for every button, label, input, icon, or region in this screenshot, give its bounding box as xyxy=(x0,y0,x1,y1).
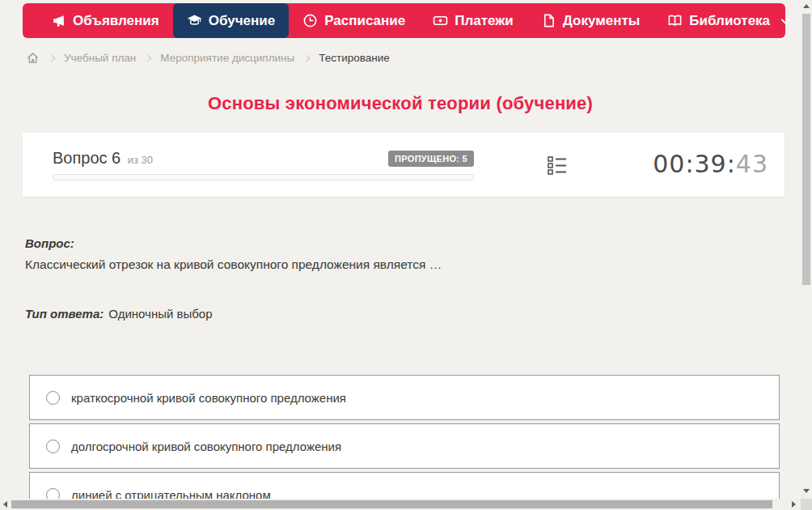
timer-seconds: 43 xyxy=(736,150,768,178)
nav-item-label: Библиотека xyxy=(689,13,770,29)
answer-option[interactable]: долгосрочной кривой совокупного предложе… xyxy=(29,423,780,469)
quiz-header-card: Вопрос 6 из 30 ПРОПУЩЕНО: 5 00:39:43 xyxy=(23,133,785,197)
nav-item-learning[interactable]: Обучение xyxy=(173,3,289,38)
answer-option-label: краткосрочной кривой совокупного предлож… xyxy=(71,391,346,405)
book-icon xyxy=(667,13,683,28)
question-list-icon[interactable] xyxy=(547,155,568,176)
timer: 00:39:43 xyxy=(653,150,768,178)
scrollbar-corner xyxy=(801,499,812,510)
question-total: из 30 xyxy=(128,154,153,166)
vertical-scrollbar-thumb[interactable] xyxy=(802,14,810,285)
progress-bar xyxy=(53,174,474,181)
quiz-page: Объявления Обучение Расписание Платежи Д… xyxy=(0,0,812,510)
question-label: Вопрос: xyxy=(25,236,74,250)
nav-item-library[interactable]: Библиотека xyxy=(653,3,801,38)
breadcrumb-separator-icon xyxy=(49,54,55,61)
timer-separator: : xyxy=(727,150,736,178)
nav-item-announcements[interactable]: Объявления xyxy=(37,3,173,38)
nav-item-label: Объявления xyxy=(73,13,159,29)
nav-item-payments[interactable]: Платежи xyxy=(419,3,527,38)
nav-item-label: Документы xyxy=(563,13,641,29)
question-number: Вопрос 6 xyxy=(53,149,121,167)
nav-item-label: Обучение xyxy=(209,13,275,29)
answer-type-label: Тип ответа: xyxy=(25,307,104,321)
breadcrumb-separator-icon xyxy=(145,54,151,61)
breadcrumb: Учебный план Мероприятие дисциплины Тест… xyxy=(26,51,390,65)
nav-item-label: Расписание xyxy=(324,13,405,29)
vertical-scrollbar[interactable] xyxy=(801,0,812,499)
radio-button[interactable] xyxy=(46,391,60,405)
answer-type-row: Тип ответа:Одиночный выбор xyxy=(25,307,213,321)
breadcrumb-separator-icon xyxy=(303,54,310,61)
nav-item-schedule[interactable]: Расписание xyxy=(289,3,419,38)
nav-item-label: Платежи xyxy=(455,13,514,29)
horizontal-scrollbar-thumb[interactable] xyxy=(11,500,772,508)
skipped-badge: ПРОПУЩЕНО: 5 xyxy=(388,151,474,167)
question-text: Классический отрезок на кривой совокупно… xyxy=(25,257,769,272)
question-counter: Вопрос 6 из 30 xyxy=(53,149,153,168)
scroll-right-arrow-icon[interactable] xyxy=(792,501,796,508)
main-nav: Объявления Обучение Расписание Платежи Д… xyxy=(23,3,785,38)
page-title: Основы экономической теории (обучение) xyxy=(0,93,801,114)
home-icon[interactable] xyxy=(26,51,40,65)
timer-separator: : xyxy=(685,150,694,178)
radio-button[interactable] xyxy=(46,440,60,453)
megaphone-icon xyxy=(51,13,66,28)
scroll-left-arrow-icon[interactable] xyxy=(3,501,7,508)
nav-item-documents[interactable]: Документы xyxy=(527,3,654,38)
breadcrumb-item-curriculum[interactable]: Учебный план xyxy=(64,52,136,64)
answer-type-value: Одиночный выбор xyxy=(108,307,212,321)
question-counter-row: Вопрос 6 из 30 ПРОПУЩЕНО: 5 xyxy=(53,149,474,168)
graduation-cap-icon xyxy=(187,13,202,28)
document-icon xyxy=(541,13,556,28)
scroll-down-arrow-icon[interactable] xyxy=(803,489,810,493)
clock-icon xyxy=(302,13,318,28)
scroll-up-arrow-icon[interactable] xyxy=(803,4,810,8)
chevron-down-icon xyxy=(781,15,790,23)
answer-option-label: долгосрочной кривой совокупного предложе… xyxy=(71,440,341,453)
timer-hours: 00 xyxy=(653,150,685,178)
banknote-icon xyxy=(433,13,448,28)
timer-minutes: 39 xyxy=(695,150,727,178)
horizontal-scrollbar[interactable] xyxy=(0,499,801,510)
answer-option[interactable]: краткосрочной кривой совокупного предлож… xyxy=(29,375,780,420)
breadcrumb-item-current: Тестирование xyxy=(319,52,390,64)
breadcrumb-item-event[interactable]: Мероприятие дисциплины xyxy=(160,52,294,64)
